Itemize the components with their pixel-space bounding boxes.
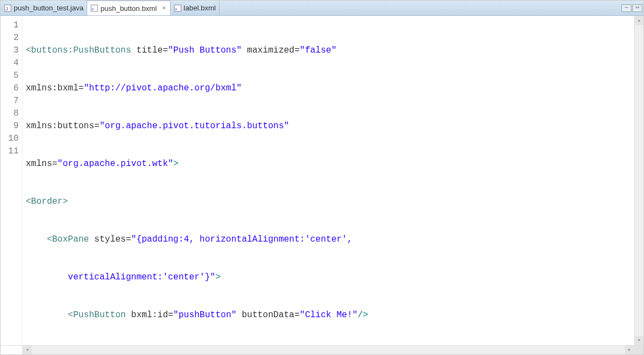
code-editor[interactable]: <buttons:PushButtons title="Push Buttons… (22, 16, 634, 345)
code-line: verticalAlignment:'center'}"> (26, 271, 634, 284)
tab-label: label.bxml (184, 4, 216, 12)
scroll-down-arrow-icon[interactable]: ▾ (635, 336, 643, 345)
close-icon[interactable]: ✕ (161, 5, 167, 11)
line-number: 1 (1, 19, 19, 32)
line-number: 3 (1, 44, 19, 57)
svg-text:x: x (175, 7, 177, 12)
xml-file-icon: x (91, 4, 98, 12)
tab-label: push_button_test.java (14, 4, 83, 12)
code-line: <Border> (26, 196, 634, 208)
line-number: 9 (1, 120, 19, 133)
java-file-icon: J (4, 4, 12, 12)
gutter-corner (1, 346, 22, 354)
line-number: 4 (1, 57, 19, 70)
code-line: <buttons:PushButtons title="Push Buttons… (26, 44, 634, 57)
code-line: xmlns:buttons="org.apache.pivot.tutorial… (26, 120, 634, 133)
scroll-corner (634, 346, 643, 354)
line-number-gutter: 1 2 3 4 5 6 7 8 9 10 11 (1, 16, 22, 345)
scroll-up-arrow-icon[interactable]: ▴ (635, 16, 643, 25)
scroll-track[interactable] (32, 346, 625, 354)
line-number: 5 (1, 70, 19, 82)
line-number: 8 (1, 107, 19, 120)
line-number: 10 (1, 133, 19, 145)
svg-text:x: x (92, 7, 94, 12)
editor-area: 1 2 3 4 5 6 7 8 9 10 11 <buttons:PushBut… (1, 16, 643, 345)
code-line: <PushButton bxml:id="pushButton" buttonD… (26, 309, 634, 322)
tab-label-bxml[interactable]: x label.bxml (171, 1, 220, 15)
tab-label: push_button.bxml (100, 4, 157, 13)
editor-tab-bar: J push_button_test.java x push_button.bx… (1, 1, 643, 16)
window-controls: — ▭ (622, 1, 643, 15)
line-number: 6 (1, 82, 19, 95)
scroll-left-arrow-icon[interactable]: ◂ (22, 346, 32, 354)
line-number: 11 (1, 145, 19, 158)
line-number: 7 (1, 95, 19, 107)
vertical-scrollbar[interactable]: ▴ ▾ (634, 16, 643, 345)
scroll-right-arrow-icon[interactable]: ▸ (625, 346, 634, 354)
code-line: xmlns:bxml="http://pivot.apache.org/bxml… (26, 82, 634, 95)
xml-file-icon: x (174, 4, 182, 12)
tab-push-button-test-java[interactable]: J push_button_test.java (1, 1, 87, 15)
horizontal-scrollbar[interactable]: ◂ ▸ (1, 345, 643, 354)
code-line: xmlns="org.apache.pivot.wtk"> (26, 158, 634, 170)
svg-text:J: J (5, 6, 8, 12)
line-number: 2 (1, 32, 19, 44)
code-line: <BoxPane styles="{padding:4, horizontalA… (26, 233, 634, 246)
tab-bar-spacer (219, 1, 622, 15)
tab-push-button-bxml[interactable]: x push_button.bxml ✕ (87, 1, 171, 15)
minimize-button[interactable]: — (622, 4, 631, 12)
maximize-button[interactable]: ▭ (632, 4, 642, 12)
